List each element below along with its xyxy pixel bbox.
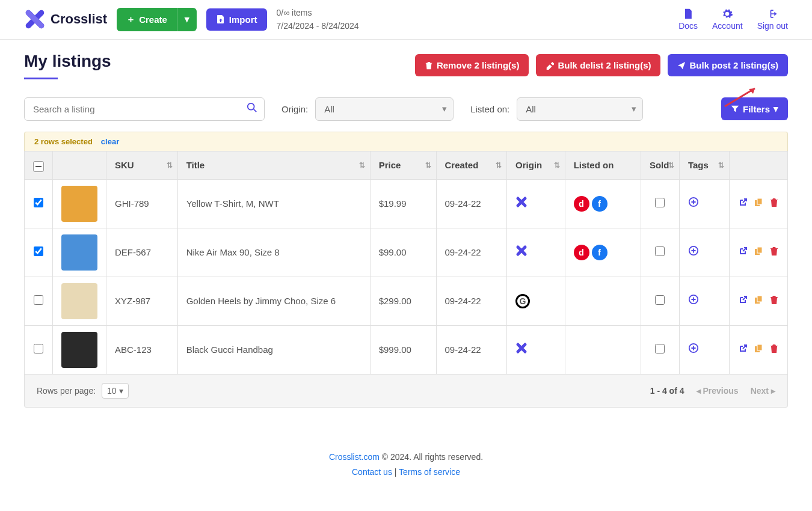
open-link-icon[interactable] (738, 246, 748, 259)
open-link-icon[interactable] (738, 295, 748, 307)
remove-button[interactable]: Remove 2 listing(s) (415, 54, 529, 76)
crosslist-origin-icon (515, 198, 527, 210)
chevron-right-icon: ▸ (771, 386, 775, 396)
create-button[interactable]: ＋ Create (117, 8, 177, 31)
row-checkbox[interactable] (34, 198, 43, 207)
cell-price: $999.00 (370, 325, 436, 374)
duplicate-icon[interactable] (754, 295, 763, 307)
svg-rect-12 (757, 344, 762, 350)
depop-icon: d (574, 196, 589, 212)
signout-icon (766, 8, 778, 20)
delete-icon[interactable] (769, 246, 779, 259)
pager-prev[interactable]: ◂ Previous (697, 386, 739, 396)
origin-filter: Origin: All ▾ (281, 97, 454, 121)
sort-icon[interactable]: ⇅ (668, 161, 674, 170)
footer-contact-link[interactable]: Contact us (352, 467, 392, 477)
add-tag-button[interactable] (688, 295, 699, 307)
listing-thumbnail[interactable] (61, 234, 97, 271)
col-listed: Listed on (574, 160, 614, 170)
import-label: Import (229, 14, 257, 25)
bulk-actions: Remove 2 listing(s) Bulk delist 2 listin… (415, 54, 788, 76)
cell-sku: XYZ-987 (106, 277, 178, 325)
cell-listed: df (565, 228, 641, 277)
delete-icon[interactable] (769, 198, 779, 210)
facebook-icon: f (592, 196, 607, 212)
listing-thumbnail[interactable] (61, 283, 97, 319)
footer-site-link[interactable]: Crosslist.com (329, 452, 380, 462)
brand-name: Crosslist (51, 11, 107, 27)
date-range: 7/24/2024 - 8/24/2024 (277, 19, 359, 32)
sort-icon[interactable]: ⇅ (718, 161, 724, 170)
open-link-icon[interactable] (738, 344, 748, 356)
sort-icon[interactable]: ⇅ (167, 161, 173, 170)
facebook-icon: f (592, 245, 607, 260)
nav-docs[interactable]: Docs (678, 8, 698, 31)
bulk-post-button[interactable]: Bulk post 2 listing(s) (668, 54, 788, 76)
selection-clear[interactable]: clear (101, 137, 119, 146)
table-row: ABC-123 Black Gucci Handbag $999.00 09-2… (25, 325, 788, 374)
add-tag-button[interactable] (688, 198, 699, 210)
sold-checkbox[interactable] (655, 246, 665, 256)
col-sku[interactable]: SKU (115, 160, 134, 170)
delete-icon[interactable] (769, 344, 779, 356)
row-checkbox[interactable] (34, 295, 43, 305)
trash-icon (425, 61, 433, 70)
create-dropdown-button[interactable]: ▾ (177, 8, 197, 31)
filter-row: Origin: All ▾ Listed on: All ▾ Filters ▾ (24, 97, 788, 121)
bulk-delist-button[interactable]: Bulk delist 2 listing(s) (536, 54, 660, 76)
duplicate-icon[interactable] (754, 246, 763, 259)
row-checkbox[interactable] (34, 246, 43, 256)
selection-bar: 2 rows selected clear (24, 132, 788, 151)
selection-count: 2 rows selected (34, 137, 93, 146)
nav-signout[interactable]: Sign out (757, 8, 788, 31)
open-link-icon[interactable] (738, 198, 748, 210)
chevron-down-icon: ▾ (442, 103, 447, 114)
plus-icon: ＋ (126, 14, 135, 25)
logo[interactable]: Crosslist (24, 8, 107, 30)
sort-icon[interactable]: ⇅ (554, 161, 560, 170)
add-tag-button[interactable] (688, 246, 699, 259)
header-nav: Docs Account Sign out (678, 8, 788, 31)
origin-filter-label: Origin: (281, 104, 308, 114)
col-origin[interactable]: Origin (515, 160, 542, 170)
sold-checkbox[interactable] (655, 198, 665, 207)
listed-filter: Listed on: All ▾ (470, 97, 643, 121)
col-created[interactable]: Created (445, 160, 479, 170)
cell-origin: G (507, 277, 565, 325)
rows-per-page: Rows per page: 10 ▾ (37, 383, 129, 399)
cell-created: 09-24-22 (436, 277, 507, 325)
create-label: Create (139, 14, 167, 25)
duplicate-icon[interactable] (754, 344, 763, 356)
delist-label: Bulk delist 2 listing(s) (558, 60, 651, 70)
col-sold[interactable]: Sold (650, 160, 669, 170)
sort-icon[interactable]: ⇅ (496, 161, 502, 170)
nav-account[interactable]: Account (712, 8, 743, 31)
col-price[interactable]: Price (379, 160, 401, 170)
col-tags[interactable]: Tags (688, 160, 709, 170)
col-title[interactable]: Title (186, 160, 205, 170)
import-button[interactable]: Import (206, 8, 267, 31)
delete-icon[interactable] (769, 295, 779, 307)
row-checkbox[interactable] (34, 344, 43, 353)
table-footer: Rows per page: 10 ▾ 1 - 4 of 4 ◂ Previou… (24, 375, 788, 408)
footer-tos-link[interactable]: Terms of service (399, 467, 460, 477)
table-row: DEF-567 Nike Air Max 90, Size 8 $99.00 0… (25, 228, 788, 277)
sort-icon[interactable]: ⇅ (425, 161, 431, 170)
origin-select[interactable]: All ▾ (315, 97, 454, 121)
sort-icon[interactable]: ⇅ (359, 161, 365, 170)
pager-next[interactable]: Next ▸ (751, 386, 775, 396)
chevron-left-icon: ◂ (697, 386, 701, 396)
sold-checkbox[interactable] (655, 295, 665, 305)
select-all-checkbox[interactable] (33, 161, 44, 172)
search-icon[interactable] (247, 102, 257, 115)
listing-thumbnail[interactable] (61, 332, 97, 368)
listed-select-value: All (526, 104, 536, 114)
add-tag-button[interactable] (688, 344, 699, 356)
sold-checkbox[interactable] (655, 344, 665, 353)
duplicate-icon[interactable] (754, 198, 763, 210)
rpp-select[interactable]: 10 ▾ (102, 383, 128, 399)
listed-select[interactable]: All ▾ (517, 97, 643, 121)
listing-thumbnail[interactable] (61, 186, 97, 222)
rpp-label: Rows per page: (37, 386, 96, 396)
search-input[interactable] (24, 97, 265, 121)
